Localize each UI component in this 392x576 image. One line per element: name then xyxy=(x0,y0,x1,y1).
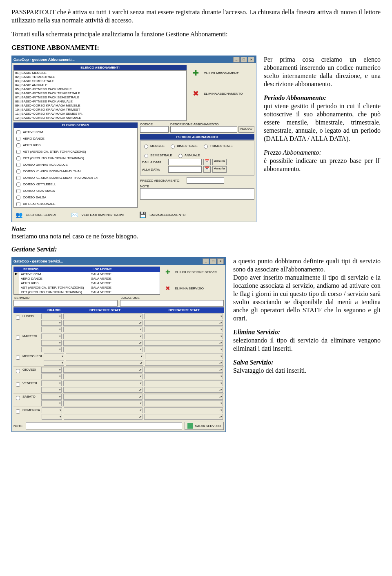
operatore-select[interactable]: -▾ xyxy=(63,374,143,379)
list-item[interactable]: 06 | BASIC+FITNESS PACK TRIMESTRALE xyxy=(15,91,185,96)
orario-select[interactable]: ▾ xyxy=(41,387,62,393)
operatore-select[interactable]: -▾ xyxy=(63,340,143,346)
checkbox[interactable] xyxy=(16,176,20,180)
note-input[interactable] xyxy=(140,188,254,200)
day-label[interactable]: MERCOLEDI xyxy=(13,353,43,362)
operatore-select[interactable]: -▾ xyxy=(63,327,143,332)
day-checkbox[interactable] xyxy=(16,356,20,360)
periodo-radio[interactable]: MENSILE xyxy=(142,143,165,149)
day-checkbox[interactable] xyxy=(16,409,20,414)
calendar-icon[interactable]: 📅 xyxy=(203,166,211,173)
radio[interactable] xyxy=(144,154,148,158)
elimina-servizio-button[interactable]: ✖ ELIMINA SERVIZIO xyxy=(163,283,224,294)
servizio-check-item[interactable]: CFT (CIRCUITO FUNCIONAL TRAINING) xyxy=(14,155,137,162)
checkbox[interactable] xyxy=(16,202,20,206)
servizio-check-item[interactable]: AERO KIDS xyxy=(14,142,137,149)
servizio-check-item[interactable]: DIFESA PERSONALE xyxy=(14,201,137,207)
checkbox[interactable] xyxy=(16,189,20,193)
servizio-input[interactable] xyxy=(13,300,118,307)
operatore-select[interactable]: -▾ xyxy=(66,360,144,366)
servizio-check-item[interactable]: GAG xyxy=(14,207,137,208)
descrizione-input[interactable] xyxy=(170,126,237,133)
operatore-select[interactable]: -▾ xyxy=(144,374,223,379)
day-checkbox[interactable] xyxy=(16,336,20,340)
periodo-radio[interactable]: ANNUALE xyxy=(176,153,200,158)
day-label[interactable]: LUNEDI xyxy=(13,313,40,322)
maximize-icon[interactable]: □ xyxy=(241,57,247,62)
table-row[interactable]: AST (AEROBICA, STEP, TONIFICAZIONE)SALA … xyxy=(14,285,160,290)
checkbox[interactable] xyxy=(16,137,20,141)
operatore-select[interactable]: -▾ xyxy=(144,380,223,386)
servizio-check-item[interactable]: CORSO KETTLEBELL xyxy=(14,181,137,188)
chiudi-abbonamenti-button[interactable]: ✚ CHIUDI ABBONAMENTI xyxy=(189,67,254,80)
servizio-check-item[interactable]: CORSO GINNASTICA DOLCE xyxy=(14,162,137,168)
chiudi-gestione-servizi-button[interactable]: ✚ CHIUDI GESTIONE SERVIZI xyxy=(163,267,224,277)
orario-select[interactable]: ▾ xyxy=(41,367,62,373)
checkbox[interactable] xyxy=(16,169,20,173)
operatore-select[interactable]: -▾ xyxy=(144,340,223,346)
servizio-check-item[interactable]: CORSO KRAV MAGA xyxy=(14,188,137,194)
list-item[interactable]: 01 | BASIC MENSILE xyxy=(15,71,185,75)
day-checkbox[interactable] xyxy=(16,369,20,373)
operatore-select[interactable]: -▾ xyxy=(63,380,143,386)
operatore-select[interactable]: -▾ xyxy=(66,354,144,359)
operatore-select[interactable]: -▾ xyxy=(145,354,223,359)
day-checkbox[interactable] xyxy=(16,383,20,387)
minimize-icon[interactable]: _ xyxy=(233,57,240,62)
servizio-check-item[interactable]: CORSO SALSA xyxy=(14,194,137,201)
table-row[interactable]: AERO DANCESALA VERDE xyxy=(14,276,160,281)
checkbox[interactable] xyxy=(16,150,20,154)
operatore-select[interactable]: -▾ xyxy=(144,400,223,406)
list-item[interactable]: 03 | BASIC SEMESTRALE xyxy=(15,79,185,83)
radio[interactable] xyxy=(144,145,148,149)
operatore-select[interactable]: -▾ xyxy=(63,387,143,393)
operatore-select[interactable]: -▾ xyxy=(144,387,223,393)
orario-select[interactable]: ▾ xyxy=(42,407,62,413)
checkbox[interactable] xyxy=(16,182,20,187)
orario-select[interactable]: ▾ xyxy=(44,360,64,366)
operatore-select[interactable]: -▾ xyxy=(64,414,143,420)
gestione-servizi-button[interactable]: 👥 GESTIONE SERVIZI xyxy=(13,209,57,220)
servizio-check-item[interactable]: AST (AEROBICA, STEP, TONIFICAZIONE) xyxy=(14,149,137,155)
nuovo-button[interactable]: NUOVO xyxy=(238,126,254,133)
elenco-abbonamenti-list[interactable]: 01 | BASIC MENSILE02 | BASIC TRIMESTRALE… xyxy=(13,70,187,121)
orario-select[interactable]: ▾ xyxy=(41,347,62,352)
close-icon[interactable]: × xyxy=(217,258,224,264)
list-item[interactable]: 02 | BASIC TRIMESTRALE xyxy=(15,75,185,79)
vedi-dati-button[interactable]: ✉️ VEDI DATI AMMINISTRATIVI xyxy=(69,209,125,220)
operatore-select[interactable]: -▾ xyxy=(144,320,223,326)
list-item[interactable]: 09 | BASIC+CORSO KRAV MAGA MENSILE xyxy=(15,104,185,108)
orario-select[interactable]: ▾ xyxy=(41,334,62,339)
orario-select[interactable]: ▾ xyxy=(41,314,62,319)
list-item[interactable]: 12 | BASIC+CORSO KRAV MAGA ANNUALE xyxy=(15,116,185,120)
orario-select[interactable]: ▾ xyxy=(41,327,62,332)
maximize-icon[interactable]: □ xyxy=(210,258,216,264)
checkbox[interactable] xyxy=(16,143,20,147)
list-item[interactable]: 05 | BASIC+FITNESS PACK MENSILE xyxy=(15,87,185,91)
orario-select[interactable]: ▾ xyxy=(41,400,62,406)
orario-select[interactable]: ▾ xyxy=(44,354,64,359)
annulla-dalla-button[interactable]: Annulla xyxy=(212,159,227,165)
list-item[interactable]: 10 | BASIC+CORSO KRAV MAGA TRIMEST xyxy=(15,108,185,112)
table-row[interactable]: ▶ACTIVE GYMSALA VERDE xyxy=(14,272,160,276)
operatore-select[interactable]: -▾ xyxy=(145,360,223,366)
day-label[interactable]: GIOVEDI xyxy=(13,367,40,376)
operatore-select[interactable]: -▾ xyxy=(63,320,143,326)
locazione-input[interactable] xyxy=(120,300,224,307)
operatore-select[interactable]: -▾ xyxy=(63,347,143,352)
checkbox[interactable] xyxy=(16,156,20,160)
operatore-select[interactable]: -▾ xyxy=(144,347,223,352)
table-row[interactable]: AERO KIDSSALA VERDE xyxy=(14,281,160,285)
annulla-alla-button[interactable]: Annulla xyxy=(212,166,227,173)
list-item[interactable]: 07 | BASIC+FITNESS PACK SEMESTRALE xyxy=(15,96,185,100)
list-item[interactable]: 04 | BASIC ANNUALE xyxy=(15,83,185,87)
checkbox[interactable] xyxy=(16,163,20,167)
day-label[interactable]: DOMENICA xyxy=(13,407,41,416)
list-item[interactable]: 11 | BASIC+CORSO KRAV MAGA SEMESTR. xyxy=(15,112,185,116)
operatore-select[interactable]: -▾ xyxy=(63,394,143,400)
radio[interactable] xyxy=(178,154,183,158)
day-label[interactable]: MARTEDI xyxy=(13,333,40,342)
operatore-select[interactable]: -▾ xyxy=(64,407,143,413)
servizio-check-item[interactable]: CORSO K1-KICK BOXING-MUAY THAI xyxy=(14,168,137,175)
orario-select[interactable]: ▾ xyxy=(41,340,62,346)
